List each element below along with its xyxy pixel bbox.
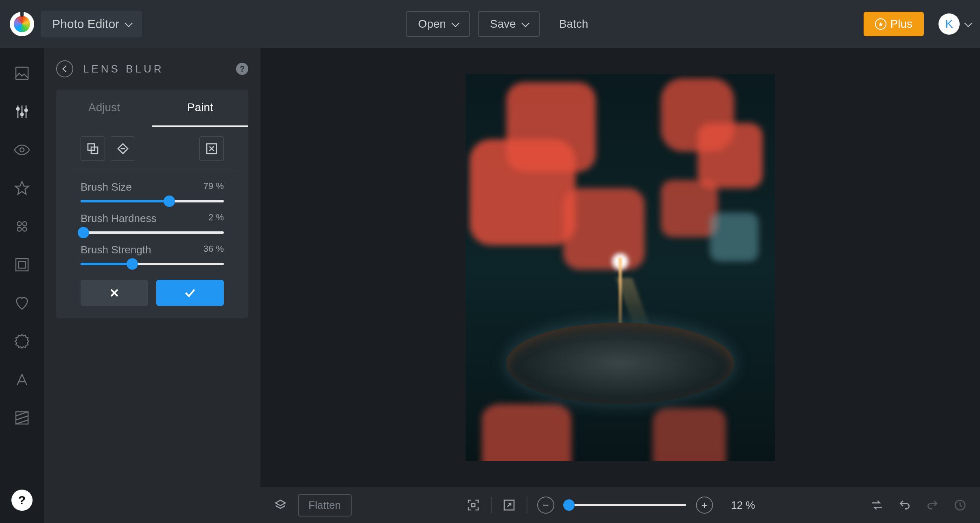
svg-point-3 [25, 109, 28, 112]
help-button[interactable]: ? [11, 490, 33, 511]
panel-tabs: Adjust Paint [56, 90, 248, 127]
app-title-dropdown[interactable]: Photo Editor [41, 11, 142, 37]
redo-icon[interactable] [925, 497, 940, 513]
svg-point-4 [20, 148, 24, 152]
left-toolbar: ? [0, 48, 44, 523]
badge-tool-icon[interactable] [13, 332, 31, 350]
tab-adjust[interactable]: Adjust [56, 90, 152, 127]
effects-tool-icon[interactable] [13, 218, 31, 235]
tab-paint[interactable]: Paint [152, 90, 248, 127]
slider-thumb[interactable] [164, 196, 175, 207]
slider-label: Brush Hardness [81, 212, 156, 225]
svg-rect-10 [19, 262, 26, 268]
layers-icon[interactable] [273, 497, 288, 513]
slider-value: 36 % [203, 244, 224, 256]
slider-value: 79 % [203, 181, 224, 193]
chevron-down-icon [451, 19, 459, 27]
topbar: Photo Editor Open Save Batch ★ Plus K [0, 0, 980, 48]
svg-rect-9 [16, 259, 28, 271]
svg-point-7 [17, 227, 21, 231]
history-icon[interactable] [952, 497, 968, 513]
back-button[interactable] [56, 60, 73, 77]
cancel-button[interactable] [81, 280, 148, 306]
canvas-area: Flatten − + 12 % [260, 48, 980, 523]
panel-title: LENS BLUR [83, 63, 226, 75]
settings-panel: LENS BLUR ? Adjust Paint Brush Size 79 % [44, 48, 260, 523]
plus-button[interactable]: ★ Plus [864, 12, 924, 36]
canvas-viewport[interactable] [260, 48, 980, 487]
svg-rect-0 [16, 67, 28, 79]
star-tool-icon[interactable] [13, 179, 31, 197]
account-menu[interactable]: K [938, 13, 970, 35]
avatar: K [938, 13, 960, 35]
zoom-value: 12 % [731, 499, 755, 512]
eye-tool-icon[interactable] [13, 141, 31, 159]
star-icon: ★ [875, 18, 886, 30]
expand-icon[interactable] [501, 497, 517, 513]
brush-size-slider: Brush Size 79 % [68, 171, 236, 202]
slider-track[interactable] [81, 263, 224, 265]
slider-track[interactable] [81, 200, 224, 202]
zoom-out-button[interactable]: − [537, 497, 554, 514]
apply-button[interactable] [156, 280, 224, 306]
canvas-image [466, 74, 775, 461]
slider-label: Brush Size [81, 181, 132, 193]
zoom-slider[interactable] [564, 504, 686, 506]
panel-help-button[interactable]: ? [236, 63, 248, 75]
slider-thumb[interactable] [563, 499, 575, 511]
frame-tool-icon[interactable] [13, 256, 31, 274]
app-logo[interactable] [10, 12, 34, 36]
slider-track[interactable] [81, 231, 224, 234]
brush-hardness-slider: Brush Hardness 2 % [68, 202, 236, 234]
erase-button[interactable] [111, 136, 135, 161]
image-tool-icon[interactable] [13, 64, 31, 82]
svg-point-1 [17, 108, 20, 110]
svg-point-5 [17, 222, 21, 226]
text-tool-icon[interactable] [13, 371, 31, 389]
heart-tool-icon[interactable] [13, 294, 31, 312]
invert-mask-button[interactable] [81, 136, 105, 161]
zoom-in-button[interactable]: + [696, 497, 713, 514]
app-title: Photo Editor [52, 17, 119, 31]
flatten-button[interactable]: Flatten [298, 494, 352, 516]
batch-button[interactable]: Batch [548, 11, 600, 37]
arrow-left-icon [62, 66, 69, 73]
svg-point-8 [23, 227, 27, 231]
slider-thumb[interactable] [127, 258, 138, 270]
undo-icon[interactable] [897, 497, 912, 513]
brush-strength-slider: Brush Strength 36 % [68, 234, 236, 265]
fit-screen-icon[interactable] [466, 497, 481, 513]
sliders-tool-icon[interactable] [13, 103, 31, 121]
svg-rect-15 [472, 503, 475, 507]
chevron-down-icon [125, 19, 133, 27]
chevron-down-icon [521, 19, 529, 27]
svg-point-6 [23, 222, 27, 226]
open-button[interactable]: Open [406, 11, 470, 37]
slider-label: Brush Strength [81, 244, 151, 256]
clear-button[interactable] [199, 136, 224, 161]
svg-point-2 [21, 113, 24, 116]
texture-tool-icon[interactable] [13, 409, 31, 427]
compare-icon[interactable] [869, 497, 885, 513]
slider-thumb[interactable] [78, 227, 89, 238]
save-button[interactable]: Save [478, 11, 540, 37]
chevron-down-icon [964, 19, 972, 27]
bottombar: Flatten − + 12 % [260, 487, 980, 523]
slider-value: 2 % [208, 212, 224, 225]
